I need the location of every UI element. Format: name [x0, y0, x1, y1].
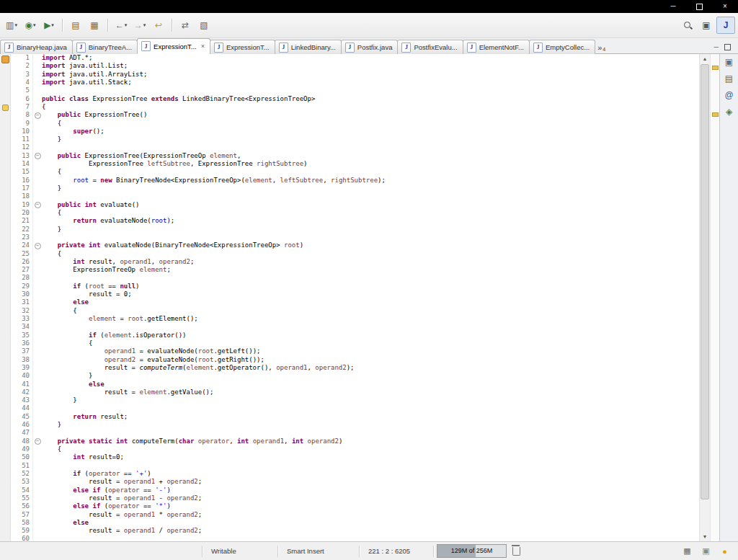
line-number[interactable]: 58	[11, 519, 32, 527]
line-number[interactable]: 42	[11, 388, 32, 396]
task-list-icon[interactable]: ▤	[723, 73, 735, 84]
code-line[interactable]: 23	[11, 234, 699, 241]
line-number[interactable]: 23	[11, 234, 32, 241]
editor-tab[interactable]: JExpressionT...×	[137, 38, 210, 54]
fold-ruler[interactable]	[32, 95, 42, 103]
line-number[interactable]: 25	[11, 250, 32, 258]
code-line[interactable]: 57 result = operand1 * operand2;	[11, 511, 699, 519]
back-icon[interactable]: ←▾	[112, 17, 130, 33]
code-line[interactable]: 5	[11, 86, 699, 94]
line-number[interactable]: 7	[11, 103, 32, 111]
line-number[interactable]: 19	[11, 201, 32, 209]
fold-ruler[interactable]	[32, 177, 42, 185]
code-line[interactable]: 32 {	[11, 307, 699, 315]
fold-ruler[interactable]	[32, 413, 42, 421]
fold-ruler[interactable]	[32, 486, 42, 494]
code-line[interactable]: 53 result = operand1 + operand2;	[11, 478, 699, 486]
fold-ruler[interactable]	[32, 478, 42, 486]
progress-view-icon[interactable]: ▦	[681, 546, 693, 557]
code-line[interactable]: 49 {	[11, 445, 699, 453]
fold-ruler[interactable]	[32, 429, 42, 437]
line-number[interactable]: 55	[11, 494, 32, 502]
fold-ruler[interactable]	[32, 356, 42, 364]
notification-icon[interactable]: ▣	[700, 546, 712, 557]
code-line[interactable]: 21 return evaluateNode(root);	[11, 217, 699, 225]
code-line[interactable]: 11 }	[11, 135, 699, 143]
code-line[interactable]: 24− private int evaluateNode(BinaryTreeN…	[11, 241, 699, 249]
fold-ruler[interactable]	[32, 307, 42, 315]
new-java-project-icon[interactable]: ▤	[67, 17, 84, 33]
code-line[interactable]: 39 result = computeTerm(element.getOpera…	[11, 364, 699, 372]
code-line[interactable]: 1import ADT.*;	[11, 54, 699, 62]
line-number[interactable]: 35	[11, 332, 32, 339]
fold-ruler[interactable]	[32, 364, 42, 372]
line-number[interactable]: 11	[11, 135, 32, 143]
editor-tab[interactable]: JExpressionT...	[210, 40, 275, 54]
code-line[interactable]: 45 return result;	[11, 413, 699, 421]
line-number[interactable]: 12	[11, 143, 32, 151]
editor-tab[interactable]: JBinaryHeap.java	[0, 40, 73, 54]
fold-ruler[interactable]: −	[32, 152, 42, 160]
fold-ruler[interactable]	[32, 462, 42, 470]
warning-marker[interactable]	[1, 55, 9, 63]
line-number[interactable]: 17	[11, 185, 32, 192]
line-number[interactable]: 34	[11, 323, 32, 331]
code-line[interactable]: 25 {	[11, 250, 699, 258]
open-perspective-icon[interactable]: ▣	[698, 17, 715, 33]
fold-ruler[interactable]	[32, 470, 42, 478]
fold-ruler[interactable]: −	[32, 201, 42, 209]
fold-ruler[interactable]	[32, 168, 42, 176]
javadoc-view-icon[interactable]: @	[723, 89, 735, 101]
line-number[interactable]: 14	[11, 160, 32, 168]
line-number[interactable]: 33	[11, 315, 32, 323]
code-line[interactable]: 18	[11, 192, 699, 200]
code-line[interactable]: 44	[11, 404, 699, 412]
fold-ruler[interactable]	[32, 511, 42, 519]
window-minimize-button[interactable]: ─	[660, 0, 686, 13]
line-number[interactable]: 41	[11, 381, 32, 388]
line-number[interactable]: 47	[11, 429, 32, 437]
line-number[interactable]: 2	[11, 62, 32, 70]
code-line[interactable]: 54 else if (operator == '-')	[11, 486, 699, 494]
collapse-icon[interactable]: −	[35, 112, 41, 119]
fold-ruler[interactable]	[32, 79, 42, 86]
collapse-icon[interactable]: −	[35, 202, 41, 208]
line-number[interactable]: 51	[11, 462, 32, 470]
line-number[interactable]: 49	[11, 445, 32, 453]
fold-ruler[interactable]	[32, 453, 42, 461]
code-line[interactable]: 8− public ExpressionTree()	[11, 111, 699, 119]
fold-ruler[interactable]	[32, 128, 42, 135]
editor-tab[interactable]: JLinkedBinary...	[275, 40, 342, 54]
line-number[interactable]: 40	[11, 372, 32, 380]
code-line[interactable]: 38 operand2 = evaluateNode(root.getRight…	[11, 356, 699, 364]
line-number[interactable]: 27	[11, 266, 32, 274]
fold-ruler[interactable]	[32, 209, 42, 217]
fold-ruler[interactable]	[32, 494, 42, 502]
fold-ruler[interactable]	[32, 54, 42, 62]
line-number[interactable]: 43	[11, 396, 32, 404]
fold-ruler[interactable]	[32, 502, 42, 510]
line-number[interactable]: 3	[11, 71, 32, 79]
run-dropdown[interactable]: ▶▾	[40, 17, 58, 33]
fold-ruler[interactable]	[32, 135, 42, 143]
line-number[interactable]: 57	[11, 511, 32, 519]
window-restore-button[interactable]	[686, 0, 712, 13]
fold-ruler[interactable]	[32, 535, 42, 541]
fold-ruler[interactable]	[32, 71, 42, 79]
fold-ruler[interactable]	[32, 226, 42, 234]
fold-ruler[interactable]	[32, 217, 42, 225]
line-number[interactable]: 46	[11, 421, 32, 429]
code-line[interactable]: 30 result = 0;	[11, 290, 699, 298]
fold-ruler[interactable]: −	[32, 111, 42, 119]
fold-ruler[interactable]	[32, 372, 42, 380]
code-line[interactable]: 17 }	[11, 185, 699, 192]
code-line[interactable]: 51	[11, 462, 699, 470]
java-perspective-icon[interactable]: J	[716, 17, 735, 34]
code-line[interactable]: 46 }	[11, 421, 699, 429]
fold-ruler[interactable]	[32, 527, 42, 535]
code-line[interactable]: 41 else	[11, 381, 699, 388]
new-wizard-dropdown[interactable]: ▥▾	[3, 17, 20, 33]
editor-tab[interactable]: JPostfixEvalu...	[397, 40, 463, 54]
line-number[interactable]: 20	[11, 209, 32, 217]
code-line[interactable]: 43 }	[11, 396, 699, 404]
